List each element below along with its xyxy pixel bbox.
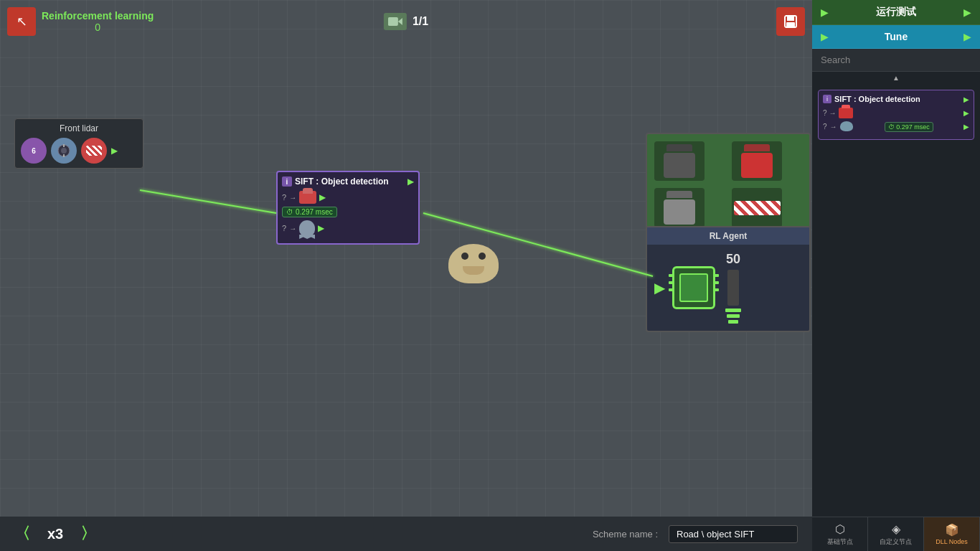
vision-car-gray [654,188,705,227]
sift-title: SIFT : Object detection [295,176,405,187]
chip-pin [669,281,674,284]
score-bar [727,270,739,306]
scheme-label: Scheme name : [593,529,658,540]
sift-row2-play[interactable]: ▶ [318,223,324,233]
sidebar-content-area [812,146,980,539]
tune-btn[interactable]: ▶ Tune ▶ [812,25,980,49]
custom-nodes-icon: ◈ [892,522,900,536]
sift-sidebar-expand-btn[interactable]: ▶ [963,95,969,103]
custom-nodes-label: 自定义节点 [880,537,912,547]
chip-pin [713,288,719,291]
vision-barrier [732,188,782,227]
sift-row-2: ? → ▶ [282,220,414,236]
chip-pins-right [713,274,719,291]
vision-car-red [732,141,782,181]
mascot-body [448,244,499,283]
sensor-icon [51,138,77,164]
timing-row: ⏱ 0.297 msec [282,207,414,217]
basic-nodes-label: 基础节点 [827,537,853,547]
mascot [445,244,502,294]
svg-line-9 [140,190,276,213]
counter-area: 1/1 [384,13,428,30]
sidebar-tab-basic-nodes[interactable]: ⬡ 基础节点 [812,517,868,551]
sift-sidebar-row2-btn[interactable]: ▶ [963,123,969,131]
sift-sidebar-info-badge: i [823,95,831,103]
vision-panel [646,133,811,236]
mascot-left-eye [461,253,468,260]
sift-sidebar-row-1: ? → ▶ [823,108,969,118]
svg-point-6 [61,148,67,154]
chip-pin [713,281,719,284]
main-canvas: ↖ Reinforcement learning 0 1/1 Front lid… [0,0,812,551]
rl-agent-play-btn[interactable]: ▶ [654,279,665,296]
sidebar-tab-dll[interactable]: 📦 DLL Nodes [924,517,980,551]
rl-agent-body: ▶ 50 [647,245,809,331]
run-btn-label: 运行测试 [876,6,916,19]
counter-icon [384,13,407,30]
chip-pin [669,288,674,291]
sift-sidebar-row1-btn[interactable]: ▶ [963,109,969,117]
question-mark-1: ? [282,193,286,202]
lidar-icons: 6 ▶ [21,138,137,164]
vision-car-dark [654,141,705,181]
sidebar-bottom: ⬡ 基础节点 ◈ 自定义节点 📦 DLL Nodes [812,517,980,551]
rl-agent-score: 50 [726,252,740,267]
timing-text: 0.297 msec [296,208,333,216]
sift-sidebar-title: SIFT : Object detection [834,95,961,103]
rl-info: Reinforcement learning 0 [42,10,154,33]
chevron-left-btn[interactable]: 〈 [14,523,30,545]
search-input[interactable] [812,49,980,72]
rl-score: 0 [42,22,154,33]
sift-row-1: ? → ▶ [282,191,414,204]
top-bar: ↖ Reinforcement learning 0 1/1 [0,0,812,43]
sift-sidebar-panel[interactable]: i SIFT : Object detection ▶ ? → ▶ ? → [818,90,974,140]
svg-rect-7 [63,144,65,147]
front-lidar-title: Front lidar [21,123,137,133]
run-test-btn[interactable]: ▶ 运行测试 ▶ [812,0,980,25]
sift-header: i SIFT : Object detection ▶ [282,176,414,187]
svg-rect-3 [787,16,794,21]
layers-icon [722,309,744,324]
timing-badge: ⏱ 0.297 msec [282,207,337,217]
speed-icon: 6 [21,138,47,164]
sift-sidebar-header: i SIFT : Object detection ▶ [823,95,969,103]
svg-rect-4 [786,22,795,27]
basic-nodes-icon: ⬡ [835,522,845,536]
sift-sidebar-timing-row: ? → ⏱ 0.297 msec ▶ [823,121,969,132]
rl-icon: ↖ [7,7,36,36]
front-lidar-node[interactable]: Front lidar 6 ▶ [14,118,143,169]
dll-label: DLL Nodes [936,538,968,545]
sidebar-ghost-icon [840,121,854,132]
svg-marker-1 [398,18,402,25]
bottom-bar: 〈 x3 〉 Scheme name : [0,517,812,551]
sift-row1-play[interactable]: ▶ [319,192,326,202]
scheme-name-input[interactable] [669,525,798,543]
scroll-up-btn[interactable]: ▲ [812,72,980,84]
rl-title: Reinforcement learning [42,10,154,22]
question-mark-2: ? [282,224,286,232]
sift-play-btn[interactable]: ▶ [407,176,414,187]
sidebar-car-icon-1 [839,108,853,118]
tune-btn-label: Tune [885,31,908,42]
svg-rect-0 [388,17,398,26]
rl-agent-header: RL Agent [647,227,809,245]
sift-info-badge: i [282,176,292,187]
mascot-beak [463,266,484,275]
chip-pins-left [669,274,674,291]
chip-pin [713,274,719,277]
mascot-right-eye [479,253,486,260]
right-sidebar: ▶ 运行测试 ▶ ▶ Tune ▶ ▲ i SIFT : Object dete… [812,0,980,551]
multiplier-display: x3 [41,526,70,542]
save-button[interactable] [776,7,805,36]
chevron-right-btn[interactable]: 〉 [80,523,96,545]
rl-agent-panel: RL Agent ▶ 50 [646,226,811,332]
lidar-play-btn[interactable]: ▶ [111,146,118,156]
chip-pin [669,274,674,277]
sidebar-tab-custom-nodes[interactable]: ◈ 自定义节点 [868,517,924,551]
ghost-icon [299,220,315,236]
rl-right-column: 50 [722,252,744,324]
barrier-icon [81,138,107,164]
svg-rect-8 [63,154,65,157]
sift-node[interactable]: i SIFT : Object detection ▶ ? → ▶ ⏱ 0.29… [276,171,420,245]
vision-grid [654,141,802,227]
